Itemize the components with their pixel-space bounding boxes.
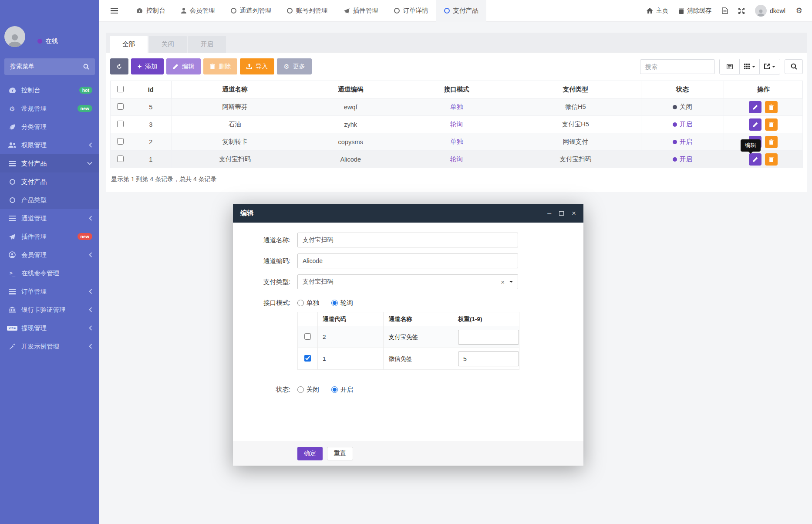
sidebar-item-general[interactable]: ⚙ 常规管理 new bbox=[0, 99, 99, 118]
column-header-name: 通道名称 bbox=[172, 81, 298, 98]
sidebar-search-placeholder: 搜索菜单 bbox=[10, 63, 34, 71]
columns-button[interactable] bbox=[740, 59, 760, 74]
main-content: 全部 关闭 开启 + 添加 编辑 删除 bbox=[99, 22, 812, 192]
channel-name-input[interactable] bbox=[297, 233, 518, 247]
user-menu[interactable]: dkewl bbox=[755, 5, 785, 17]
tab-channel-list[interactable]: 通道列管理 bbox=[223, 0, 280, 22]
sidebar-item-online-commands[interactable]: >_ 在线命令管理 bbox=[0, 264, 99, 282]
sidebar-item-bankcard-verify[interactable]: 银行卡验证管理 bbox=[0, 301, 99, 319]
status-radio[interactable] bbox=[331, 386, 338, 393]
clear-cache-label: 清除缓存 bbox=[687, 7, 711, 15]
sidebar-item-pay-products[interactable]: 支付产品 bbox=[0, 172, 99, 191]
reset-button[interactable]: 重置 bbox=[327, 447, 353, 460]
sidebar-item-orders[interactable]: 订单管理 bbox=[0, 282, 99, 301]
new-badge: new bbox=[77, 233, 92, 240]
status-dot-icon bbox=[673, 157, 677, 162]
row-checkbox[interactable] bbox=[117, 156, 124, 162]
weight-input[interactable] bbox=[458, 352, 519, 366]
mode-radio[interactable] bbox=[331, 300, 338, 306]
import-button[interactable]: 导入 bbox=[240, 58, 274, 74]
row-checkbox[interactable] bbox=[117, 121, 124, 127]
sidebar-item-label: 银行卡验证管理 bbox=[21, 306, 66, 314]
sidebar-search-input[interactable]: 搜索菜单 bbox=[4, 58, 95, 75]
document-language-icon[interactable] bbox=[722, 7, 728, 14]
clear-cache-link[interactable]: 清除缓存 bbox=[679, 7, 711, 15]
avatar[interactable] bbox=[4, 26, 25, 47]
hamburger-menu-icon[interactable] bbox=[111, 8, 118, 14]
status-badge: 开启 bbox=[673, 138, 692, 146]
export-button[interactable] bbox=[760, 59, 780, 74]
edit-button[interactable]: 编辑 bbox=[166, 58, 201, 74]
sidebar-item-plugins[interactable]: 插件管理 new bbox=[0, 227, 99, 246]
tab-plugins[interactable]: 插件管理 bbox=[336, 0, 386, 22]
status-radio[interactable] bbox=[297, 386, 304, 393]
row-edit-button[interactable] bbox=[749, 101, 761, 113]
tab-pay-products[interactable]: 支付产品 bbox=[436, 0, 486, 22]
list-icon bbox=[7, 216, 17, 221]
mode-link[interactable]: 单独 bbox=[450, 138, 463, 145]
home-link[interactable]: 主页 bbox=[647, 7, 668, 15]
channel-checkbox[interactable] bbox=[304, 333, 311, 340]
row-checkbox[interactable] bbox=[117, 138, 124, 145]
confirm-button[interactable]: 确定 bbox=[297, 447, 323, 460]
clear-selection-icon[interactable]: × bbox=[501, 278, 505, 286]
sidebar-item-pay-products-parent[interactable]: 支付产品 bbox=[0, 154, 99, 172]
add-button[interactable]: + 添加 bbox=[131, 58, 164, 74]
status-dot-icon bbox=[673, 140, 677, 144]
mode-link[interactable]: 轮询 bbox=[450, 121, 463, 128]
tab-open[interactable]: 开启 bbox=[188, 36, 226, 53]
status-dot-icon bbox=[673, 122, 677, 127]
sidebar-item-dev-examples[interactable]: 开发示例管理 bbox=[0, 337, 99, 355]
status-dot-icon bbox=[673, 105, 677, 109]
pay-type-select[interactable]: 支付宝扫码 × bbox=[297, 274, 518, 289]
dialog-window-controls: – × bbox=[547, 209, 576, 218]
refresh-button[interactable] bbox=[110, 58, 128, 74]
sidebar-item-product-types[interactable]: 产品类型 bbox=[0, 191, 99, 209]
settings-gear-icon[interactable]: ⚙ bbox=[796, 7, 802, 14]
tab-members[interactable]: 会员管理 bbox=[173, 0, 223, 22]
mode-link[interactable]: 轮询 bbox=[450, 156, 463, 162]
maximize-icon[interactable] bbox=[559, 211, 564, 216]
channel-checkbox[interactable] bbox=[304, 355, 311, 362]
tab-closed[interactable]: 关闭 bbox=[149, 36, 187, 53]
table-search-input[interactable] bbox=[640, 59, 715, 74]
mode-radio[interactable] bbox=[297, 300, 304, 306]
fullscreen-icon[interactable] bbox=[738, 8, 745, 14]
close-icon[interactable]: × bbox=[572, 209, 576, 218]
search-button[interactable] bbox=[785, 59, 803, 74]
new-badge: new bbox=[77, 105, 92, 112]
online-label: 在线 bbox=[45, 37, 58, 45]
row-delete-button[interactable] bbox=[765, 101, 778, 113]
mode-option-poll[interactable]: 轮询 bbox=[331, 299, 353, 307]
delete-button[interactable]: 删除 bbox=[203, 58, 237, 74]
row-edit-button[interactable] bbox=[749, 118, 761, 131]
sidebar-item-permissions[interactable]: 权限管理 bbox=[0, 136, 99, 154]
status-option-open[interactable]: 开启 bbox=[331, 385, 353, 394]
status-option-closed[interactable]: 关闭 bbox=[297, 385, 319, 394]
row-delete-button[interactable] bbox=[765, 118, 778, 131]
sidebar-item-withdrawals[interactable]: VISA 提现管理 bbox=[0, 319, 99, 337]
row-delete-button[interactable] bbox=[765, 153, 778, 166]
detail-view-button[interactable] bbox=[720, 59, 740, 74]
row-delete-button[interactable] bbox=[765, 136, 778, 148]
tab-account-list[interactable]: 账号列管理 bbox=[279, 0, 336, 22]
tab-dashboard[interactable]: 控制台 bbox=[128, 0, 173, 22]
mode-option-single[interactable]: 单独 bbox=[297, 299, 319, 307]
sidebar-item-channels[interactable]: 通道管理 bbox=[0, 209, 99, 227]
dialog-header[interactable]: 编辑 – × bbox=[233, 204, 583, 223]
table-row: 2 复制转卡 copysms 单独 网银支付 开启 bbox=[111, 133, 803, 151]
more-label: 更多 bbox=[293, 63, 305, 71]
sidebar-item-category[interactable]: 分类管理 bbox=[0, 118, 99, 136]
sidebar-item-dashboard[interactable]: 控制台 hot bbox=[0, 81, 99, 99]
sidebar-item-members[interactable]: 会员管理 bbox=[0, 246, 99, 264]
dashboard-icon bbox=[136, 8, 143, 14]
row-checkbox[interactable] bbox=[117, 103, 124, 110]
tab-all[interactable]: 全部 bbox=[110, 36, 148, 53]
tab-order-details[interactable]: 订单详情 bbox=[386, 0, 436, 22]
select-all-checkbox[interactable] bbox=[117, 86, 124, 92]
more-button[interactable]: ⚙ 更多 bbox=[277, 58, 311, 74]
channel-code-input[interactable] bbox=[297, 254, 518, 268]
mode-link[interactable]: 单独 bbox=[450, 103, 463, 110]
weight-input[interactable] bbox=[458, 330, 519, 345]
row-edit-button[interactable] bbox=[749, 153, 761, 166]
